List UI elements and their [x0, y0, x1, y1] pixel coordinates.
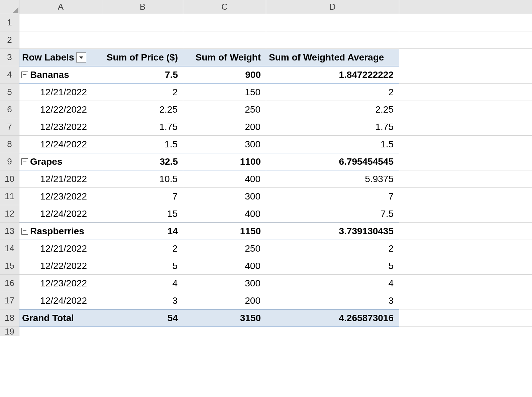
- cell-a19[interactable]: [19, 327, 102, 336]
- raspberries-weight-2[interactable]: 300: [183, 275, 266, 292]
- row-header-4[interactable]: 4: [0, 66, 19, 84]
- cell-e13[interactable]: [399, 223, 532, 240]
- raspberries-date-3[interactable]: 12/24/2022: [19, 292, 102, 309]
- bananas-weight-1[interactable]: 250: [183, 101, 266, 118]
- select-all-corner[interactable]: [0, 0, 19, 14]
- raspberries-price-1[interactable]: 5: [102, 257, 183, 275]
- bananas-wavg-0[interactable]: 2: [266, 84, 399, 101]
- row-header-17[interactable]: 17: [0, 292, 19, 309]
- grapes-weight-2[interactable]: 400: [183, 205, 266, 223]
- raspberries-wavg-2[interactable]: 4: [266, 275, 399, 292]
- bananas-date-2[interactable]: 12/23/2022: [19, 118, 102, 136]
- raspberries-weight-1[interactable]: 400: [183, 257, 266, 275]
- grapes-price-1[interactable]: 7: [102, 188, 183, 205]
- cell-e7[interactable]: [399, 118, 532, 136]
- raspberries-weight-0[interactable]: 250: [183, 240, 266, 257]
- grapes-wavg-1[interactable]: 7: [266, 188, 399, 205]
- group-grapes-weight[interactable]: 1100: [183, 153, 266, 170]
- raspberries-wavg-3[interactable]: 3: [266, 292, 399, 309]
- cell-d2[interactable]: [266, 31, 399, 49]
- cell-e3[interactable]: [399, 49, 532, 66]
- cell-e15[interactable]: [399, 257, 532, 275]
- grand-total-wavg[interactable]: 4.265873016: [266, 309, 399, 327]
- collapse-icon[interactable]: −: [21, 228, 28, 235]
- pivot-price-header[interactable]: Sum of Price ($): [102, 49, 183, 66]
- col-header-a[interactable]: A: [19, 0, 102, 14]
- cell-a2[interactable]: [19, 31, 102, 49]
- cell-e9[interactable]: [399, 153, 532, 170]
- grand-total-price[interactable]: 54: [102, 309, 183, 327]
- cell-d1[interactable]: [266, 14, 399, 31]
- cell-b1[interactable]: [102, 14, 183, 31]
- raspberries-wavg-0[interactable]: 2: [266, 240, 399, 257]
- bananas-weight-0[interactable]: 150: [183, 84, 266, 101]
- grapes-wavg-2[interactable]: 7.5: [266, 205, 399, 223]
- raspberries-weight-3[interactable]: 200: [183, 292, 266, 309]
- group-bananas-price[interactable]: 7.5: [102, 66, 183, 84]
- group-raspberries[interactable]: − Raspberries: [19, 223, 102, 240]
- cell-c1[interactable]: [183, 14, 266, 31]
- row-header-12[interactable]: 12: [0, 205, 19, 223]
- grapes-wavg-0[interactable]: 5.9375: [266, 170, 399, 188]
- cell-e17[interactable]: [399, 292, 532, 309]
- cell-e18[interactable]: [399, 309, 532, 327]
- cell-c19[interactable]: [183, 327, 266, 336]
- col-header-extra[interactable]: [399, 0, 532, 14]
- row-header-19[interactable]: 19: [0, 327, 19, 336]
- raspberries-price-0[interactable]: 2: [102, 240, 183, 257]
- cell-e6[interactable]: [399, 101, 532, 118]
- row-header-1[interactable]: 1: [0, 14, 19, 31]
- cell-e2[interactable]: [399, 31, 532, 49]
- collapse-icon[interactable]: −: [21, 158, 28, 165]
- grand-total-label[interactable]: Grand Total: [19, 309, 102, 327]
- pivot-row-labels-header[interactable]: Row Labels: [19, 49, 102, 66]
- raspberries-date-2[interactable]: 12/23/2022: [19, 275, 102, 292]
- cell-b2[interactable]: [102, 31, 183, 49]
- row-header-14[interactable]: 14: [0, 240, 19, 257]
- grapes-date-0[interactable]: 12/21/2022: [19, 170, 102, 188]
- bananas-price-1[interactable]: 2.25: [102, 101, 183, 118]
- collapse-icon[interactable]: −: [21, 72, 28, 78]
- grapes-weight-1[interactable]: 300: [183, 188, 266, 205]
- grapes-price-2[interactable]: 15: [102, 205, 183, 223]
- bananas-price-2[interactable]: 1.75: [102, 118, 183, 136]
- raspberries-date-1[interactable]: 12/22/2022: [19, 257, 102, 275]
- cell-e8[interactable]: [399, 136, 532, 153]
- row-header-6[interactable]: 6: [0, 101, 19, 118]
- bananas-wavg-2[interactable]: 1.75: [266, 118, 399, 136]
- cell-b19[interactable]: [102, 327, 183, 336]
- bananas-date-3[interactable]: 12/24/2022: [19, 136, 102, 153]
- bananas-date-1[interactable]: 12/22/2022: [19, 101, 102, 118]
- col-header-d[interactable]: D: [266, 0, 399, 14]
- cell-e5[interactable]: [399, 84, 532, 101]
- bananas-weight-2[interactable]: 200: [183, 118, 266, 136]
- group-bananas-weight[interactable]: 900: [183, 66, 266, 84]
- row-header-15[interactable]: 15: [0, 257, 19, 275]
- group-bananas[interactable]: − Bananas: [19, 66, 102, 84]
- row-header-18[interactable]: 18: [0, 309, 19, 327]
- group-grapes-price[interactable]: 32.5: [102, 153, 183, 170]
- raspberries-date-0[interactable]: 12/21/2022: [19, 240, 102, 257]
- row-header-9[interactable]: 9: [0, 153, 19, 170]
- cell-e1[interactable]: [399, 14, 532, 31]
- raspberries-wavg-1[interactable]: 5: [266, 257, 399, 275]
- col-header-b[interactable]: B: [102, 0, 183, 14]
- bananas-price-3[interactable]: 1.5: [102, 136, 183, 153]
- row-header-13[interactable]: 13: [0, 223, 19, 240]
- cell-e12[interactable]: [399, 205, 532, 223]
- grapes-date-1[interactable]: 12/23/2022: [19, 188, 102, 205]
- cell-d19[interactable]: [266, 327, 399, 336]
- group-grapes-wavg[interactable]: 6.795454545: [266, 153, 399, 170]
- row-header-5[interactable]: 5: [0, 84, 19, 101]
- group-bananas-wavg[interactable]: 1.847222222: [266, 66, 399, 84]
- raspberries-price-2[interactable]: 4: [102, 275, 183, 292]
- row-header-7[interactable]: 7: [0, 118, 19, 136]
- group-raspberries-weight[interactable]: 1150: [183, 223, 266, 240]
- grand-total-weight[interactable]: 3150: [183, 309, 266, 327]
- bananas-price-0[interactable]: 2: [102, 84, 183, 101]
- grapes-date-2[interactable]: 12/24/2022: [19, 205, 102, 223]
- group-grapes[interactable]: − Grapes: [19, 153, 102, 170]
- bananas-weight-3[interactable]: 300: [183, 136, 266, 153]
- pivot-weighted-avg-header[interactable]: Sum of Weighted Average: [266, 49, 399, 66]
- cell-e10[interactable]: [399, 170, 532, 188]
